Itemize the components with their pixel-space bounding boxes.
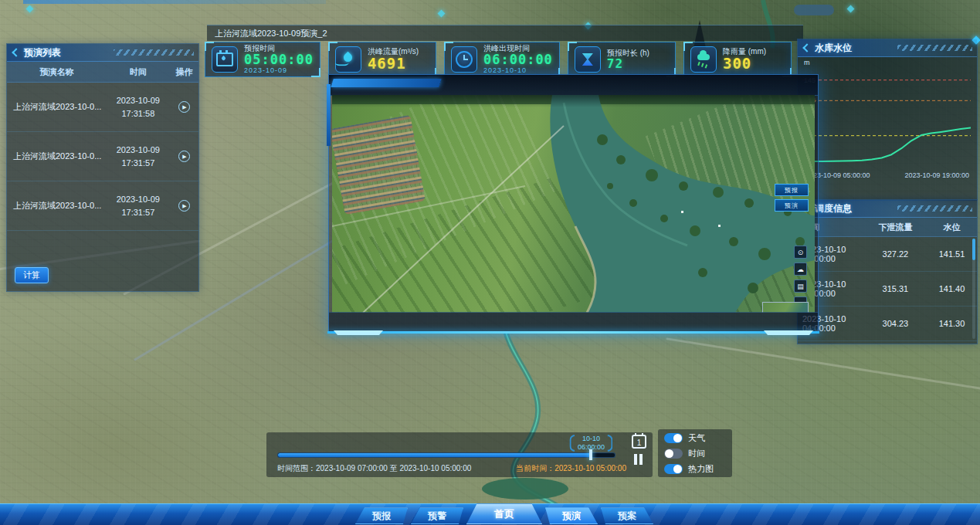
tab-home[interactable]: 首页 bbox=[466, 503, 542, 524]
cell-level: 141.30 bbox=[927, 319, 977, 328]
tab-forecast[interactable]: 预报 bbox=[355, 507, 408, 524]
panel-title: 预演列表 bbox=[24, 46, 61, 59]
viewer-corner-bracket bbox=[764, 330, 813, 335]
pause-button[interactable] bbox=[634, 454, 644, 465]
timeline-tooltip: 10-10 06:00:00 bbox=[570, 435, 612, 452]
stat-card-rainfall: 降雨量 (mm) 300 bbox=[683, 42, 792, 77]
toggle-label: 时间 bbox=[688, 448, 705, 459]
rehearsal-time: 2023-10-09 17:31:58 bbox=[107, 94, 170, 120]
x-tick-end: 2023-10-09 19:00:00 bbox=[904, 171, 969, 179]
discharge-info-panel: 调度信息 时间 下泄流量 水位 2023-10-10 06:00:00 327.… bbox=[797, 199, 978, 344]
toggle-time[interactable]: 时间 bbox=[664, 448, 726, 459]
rehearsal-table-header: 预演名称 时间 操作 bbox=[7, 62, 198, 83]
stat-card-peak-flow: 洪峰流量(m³/s) 4691 bbox=[328, 42, 436, 77]
viewer-rehearsal-button[interactable]: 预演 bbox=[775, 199, 809, 212]
discharge-row: 2023-10-10 04:00:00 304.23 141.30 bbox=[798, 307, 977, 341]
cloud-icon[interactable]: ☁ bbox=[794, 262, 807, 276]
toggle-weather[interactable]: 天气 bbox=[664, 432, 726, 444]
toggle-switch[interactable] bbox=[664, 464, 683, 474]
chart-unit-label: m bbox=[804, 59, 810, 66]
panel-title: 水库水位 bbox=[815, 42, 852, 55]
toggle-label: 天气 bbox=[688, 432, 705, 444]
discharge-row: 2023-10-10 06:00:00 327.22 141.51 bbox=[798, 237, 977, 272]
timeline-track[interactable]: 10-10 06:00:00 bbox=[277, 452, 615, 458]
rehearsal-name: 上治河流域2023-10-0... bbox=[7, 200, 107, 212]
scenario-title-bar: 上治河流域2023-10-09预演_2 bbox=[207, 25, 803, 41]
scrollbar-track[interactable] bbox=[972, 239, 975, 339]
flood-drop-icon bbox=[335, 46, 361, 73]
tab-rehearsal[interactable]: 预演 bbox=[545, 507, 598, 524]
overview-minimap[interactable] bbox=[762, 302, 809, 313]
cell-level: 141.40 bbox=[927, 284, 977, 293]
stat-sub: 2023-10-09 bbox=[244, 67, 314, 75]
viewer-forecast-button[interactable]: 预报 bbox=[775, 184, 809, 196]
panel-title: 调度信息 bbox=[815, 202, 852, 215]
stat-value: 72 bbox=[607, 57, 649, 71]
layer-toggles-panel: 天气 时间 热力图 bbox=[658, 429, 732, 477]
rehearsal-row[interactable]: 上治河流域2023-10-0... 2023-10-09 17:31:57 ▶ bbox=[7, 132, 198, 181]
toggle-switch[interactable] bbox=[664, 449, 683, 459]
calculate-button[interactable]: 计算 bbox=[15, 267, 49, 283]
col-op: 操作 bbox=[170, 66, 198, 78]
timeline-fill bbox=[278, 453, 591, 457]
simulation-viewer-window: 预报 预演 ⊙ ☁ ▤ ⌂ ◫ ▣ bbox=[328, 74, 819, 332]
col-time: 时间 bbox=[107, 66, 170, 78]
rehearsal-list-panel: 预演列表 预演名称 时间 操作 上治河流域2023-10-0... 2023-1… bbox=[6, 43, 199, 292]
viewer-left-accent bbox=[327, 84, 331, 146]
play-button[interactable]: ▶ bbox=[178, 101, 190, 113]
rehearsal-row[interactable]: 上治河流域2023-10-0... 2023-10-09 17:31:58 ▶ bbox=[7, 83, 198, 132]
col-flow: 下泄流量 bbox=[864, 222, 927, 233]
rehearsal-name: 上治河流域2023-10-0... bbox=[7, 151, 107, 162]
clock-icon bbox=[451, 46, 477, 73]
timeline-panel: 10-10 06:00:00 时间范围：2023-10-09 07:00:00 … bbox=[266, 432, 653, 477]
panel-chevron-icon bbox=[802, 43, 811, 52]
col-name: 预演名称 bbox=[7, 66, 107, 78]
stat-value: 05:00:00 bbox=[244, 52, 314, 67]
cell-flow: 304.23 bbox=[864, 319, 927, 328]
current-time-label: 当前时间：2023-10-10 05:00:00 bbox=[516, 463, 626, 474]
tab-warning[interactable]: 预警 bbox=[411, 507, 463, 524]
toggle-switch[interactable] bbox=[664, 433, 683, 443]
simulation-3d-scene[interactable]: 预报 预演 ⊙ ☁ ▤ ⌂ ◫ ▣ bbox=[332, 95, 815, 313]
toggle-label: 热力图 bbox=[688, 463, 714, 475]
col-level: 水位 bbox=[927, 222, 977, 233]
tooltip-brace bbox=[570, 435, 575, 452]
toolbox-icon[interactable]: ▤ bbox=[794, 279, 807, 293]
stat-card-peak-time: 洪峰出现时间 06:00:00 2023-10-10 bbox=[444, 42, 560, 77]
rehearsal-time: 2023-10-09 17:31:57 bbox=[107, 144, 170, 169]
tooltip-date: 10-10 bbox=[582, 435, 600, 443]
stat-value: 4691 bbox=[368, 56, 419, 72]
rehearsal-row[interactable]: 上治河流域2023-10-0... 2023-10-09 17:31:57 ▶ bbox=[7, 181, 198, 231]
panel-chevron-icon bbox=[12, 48, 20, 56]
tooltip-brace bbox=[607, 435, 612, 452]
play-button[interactable]: ▶ bbox=[178, 200, 190, 212]
calendar-drop-icon bbox=[212, 46, 238, 73]
viewer-bottom-bar bbox=[329, 312, 818, 331]
rehearsal-time: 2023-10-09 17:31:57 bbox=[107, 193, 170, 218]
play-button[interactable]: ▶ bbox=[178, 151, 190, 162]
hourglass-icon bbox=[575, 46, 601, 73]
bottom-nav-bar: 预报 预警 首页 预演 预案 bbox=[0, 503, 980, 525]
calendar-icon[interactable]: 1 bbox=[632, 435, 646, 449]
stat-card-forecast-time: 预报时间 05:00:00 2023-10-09 bbox=[205, 42, 320, 77]
toggle-heatmap[interactable]: 热力图 bbox=[664, 463, 726, 475]
stat-value: 300 bbox=[723, 56, 766, 72]
tab-plan[interactable]: 预案 bbox=[601, 507, 653, 524]
cell-flow: 315.31 bbox=[864, 284, 927, 293]
reservoir-level-panel: 水库水位 m 145144 2023-10-09 05:00:00 2023-1… bbox=[797, 39, 978, 201]
stat-card-duration: 预报时长 (h) 72 bbox=[568, 42, 676, 77]
tooltip-time: 06:00:00 bbox=[578, 443, 605, 452]
cell-flow: 327.22 bbox=[864, 249, 927, 259]
scrollbar-thumb[interactable] bbox=[972, 239, 975, 260]
rehearsal-name: 上治河流域2023-10-0... bbox=[7, 101, 107, 113]
water-level-chart: 145144 bbox=[802, 68, 971, 170]
compass-icon[interactable]: ⊙ bbox=[794, 246, 807, 259]
rain-icon bbox=[690, 46, 717, 73]
stat-value: 06:00:00 bbox=[483, 52, 553, 67]
discharge-row: 2023-10-10 05:00:00 315.31 141.40 bbox=[798, 272, 977, 307]
stats-row: 预报时间 05:00:00 2023-10-09 洪峰流量(m³/s) 4691… bbox=[205, 42, 792, 77]
viewer-bottom-glow bbox=[327, 331, 819, 334]
viewer-corner-bracket bbox=[334, 330, 383, 335]
flood-water-overlay bbox=[332, 95, 815, 313]
cell-level: 141.51 bbox=[927, 249, 977, 259]
